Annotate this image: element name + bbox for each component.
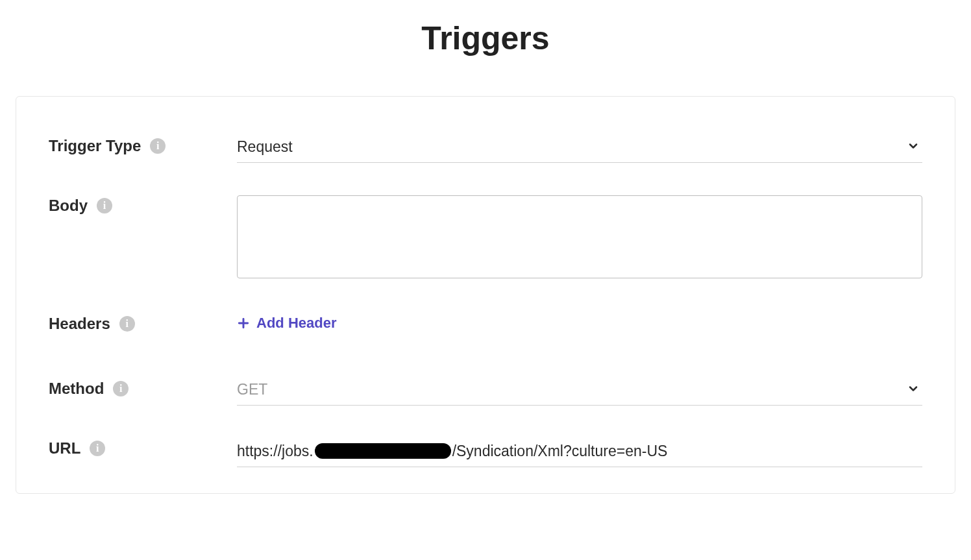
url-suffix: /Syndication/Xml?culture=en-US <box>452 443 668 460</box>
plus-icon <box>237 317 250 330</box>
method-select[interactable]: GET <box>237 378 922 406</box>
trigger-type-select[interactable]: Request <box>237 136 922 163</box>
trigger-type-label-text: Trigger Type <box>49 137 141 155</box>
info-icon[interactable]: i <box>97 198 112 213</box>
url-prefix: https://jobs. <box>237 443 313 460</box>
method-label: Method i <box>49 378 237 398</box>
method-value: GET <box>237 381 267 398</box>
info-icon[interactable]: i <box>119 316 135 332</box>
chevron-down-icon <box>907 140 920 152</box>
trigger-type-value: Request <box>237 138 293 155</box>
info-icon[interactable]: i <box>113 381 129 396</box>
trigger-type-label: Trigger Type i <box>49 136 237 155</box>
body-textarea[interactable] <box>237 195 922 278</box>
add-header-label: Add Header <box>256 315 336 332</box>
page-title: Triggers <box>0 19 971 57</box>
headers-label-text: Headers <box>49 315 110 333</box>
method-label-text: Method <box>49 380 104 398</box>
trigger-card: Trigger Type i Request Body i <box>16 96 955 494</box>
headers-label: Headers i <box>49 313 237 333</box>
add-header-button[interactable]: Add Header <box>237 313 336 333</box>
body-label-text: Body <box>49 197 88 215</box>
redacted-segment <box>315 443 451 459</box>
info-icon[interactable]: i <box>90 441 105 456</box>
url-label-text: URL <box>49 439 80 457</box>
info-icon[interactable]: i <box>150 138 166 154</box>
body-label: Body i <box>49 195 237 215</box>
url-input[interactable]: https://jobs. /Syndication/Xml?culture=e… <box>237 438 922 467</box>
url-label: URL i <box>49 438 237 457</box>
chevron-down-icon <box>907 382 920 395</box>
